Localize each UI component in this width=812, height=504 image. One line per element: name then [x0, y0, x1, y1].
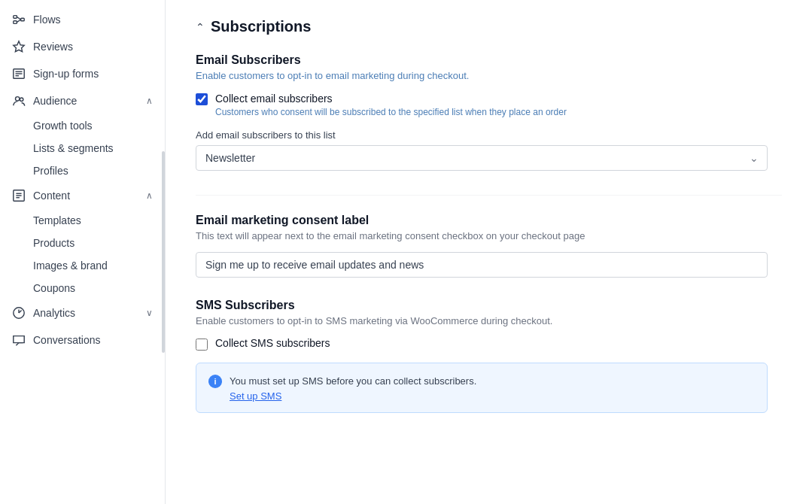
- sidebar-item-analytics[interactable]: Analytics ∨: [0, 299, 165, 326]
- list-select[interactable]: Newsletter All Subscribers VIP Customers: [196, 145, 768, 171]
- reviews-icon: [12, 40, 26, 53]
- svg-line-4: [17, 20, 20, 23]
- flows-icon: [12, 13, 26, 26]
- consent-label-input[interactable]: [196, 252, 768, 278]
- analytics-icon: [12, 306, 26, 320]
- sidebar-item-conversations[interactable]: Conversations: [0, 326, 165, 354]
- audience-submenu: Growth tools Lists & segments Profiles: [0, 114, 165, 182]
- content-icon: [12, 189, 26, 202]
- sidebar-item-flows[interactable]: Flows: [0, 6, 165, 33]
- collect-sms-checkbox[interactable]: [196, 339, 208, 351]
- sidebar-item-content[interactable]: Content ∧: [0, 182, 165, 209]
- sidebar-item-audience[interactable]: Audience ∧: [0, 87, 165, 114]
- info-icon: i: [208, 375, 222, 388]
- sms-subscribers-section: SMS Subscribers Enable customers to opt-…: [196, 299, 782, 413]
- collect-email-checkbox[interactable]: [196, 93, 208, 105]
- collect-email-label[interactable]: Collect email subscribers: [215, 93, 333, 105]
- sidebar-item-lists-segments[interactable]: Lists & segments: [33, 137, 165, 159]
- setup-sms-link[interactable]: Set up SMS: [230, 390, 476, 402]
- info-content: You must set up SMS before you can colle…: [230, 374, 476, 402]
- sidebar-item-flows-label: Flows: [33, 14, 61, 26]
- collect-sms-row: Collect SMS subscribers: [196, 337, 782, 351]
- main-content: ⌃ Subscriptions Email Subscribers Enable…: [166, 0, 812, 504]
- section-header: ⌃ Subscriptions: [196, 18, 782, 35]
- sidebar-item-products[interactable]: Products: [33, 232, 165, 254]
- sidebar: Flows Reviews Sign-up forms: [0, 0, 166, 504]
- collect-email-label-group: Collect email subscribers Customers who …: [215, 92, 567, 117]
- list-field-group: Add email subscribers to this list Newsl…: [196, 129, 782, 171]
- svg-rect-0: [14, 16, 17, 19]
- sms-info-box: i You must set up SMS before you can col…: [196, 363, 768, 413]
- sidebar-item-coupons[interactable]: Coupons: [33, 277, 165, 299]
- list-field-label: Add email subscribers to this list: [196, 129, 782, 141]
- content-submenu: Templates Products Images & brand Coupon…: [0, 209, 165, 299]
- info-message: You must set up SMS before you can colle…: [230, 375, 476, 387]
- sidebar-item-signup-forms-label: Sign-up forms: [33, 68, 99, 80]
- sidebar-item-images-brand[interactable]: Images & brand: [33, 254, 165, 277]
- sidebar-item-profiles[interactable]: Profiles: [33, 159, 165, 182]
- collect-email-row: Collect email subscribers Customers who …: [196, 92, 782, 117]
- sidebar-item-reviews[interactable]: Reviews: [0, 33, 165, 60]
- audience-chevron-icon: ∧: [146, 96, 153, 106]
- section-chevron-icon: ⌃: [196, 21, 205, 33]
- sms-subscribers-title: SMS Subscribers: [196, 299, 782, 312]
- collect-sms-label[interactable]: Collect SMS subscribers: [215, 337, 330, 349]
- conversations-icon: [12, 333, 26, 347]
- content-chevron-icon: ∧: [146, 190, 153, 201]
- sidebar-item-audience-label: Audience: [33, 95, 77, 107]
- list-select-wrapper: Newsletter All Subscribers VIP Customers…: [196, 145, 768, 171]
- svg-rect-1: [14, 21, 17, 24]
- svg-line-3: [17, 17, 20, 20]
- sidebar-item-growth-tools[interactable]: Growth tools: [33, 114, 165, 137]
- audience-icon: [12, 94, 26, 108]
- analytics-chevron-icon: ∨: [146, 308, 153, 318]
- sidebar-item-templates[interactable]: Templates: [33, 209, 165, 232]
- sidebar-item-reviews-label: Reviews: [33, 41, 73, 53]
- signup-forms-icon: [12, 67, 26, 80]
- consent-label-desc: This text will appear next to the email …: [196, 230, 782, 241]
- svg-marker-5: [14, 41, 24, 52]
- sidebar-item-signup-forms[interactable]: Sign-up forms: [0, 60, 165, 87]
- sms-subscribers-desc: Enable customers to opt-in to SMS market…: [196, 315, 782, 326]
- svg-point-10: [16, 97, 20, 101]
- sidebar-item-analytics-label: Analytics: [33, 307, 75, 319]
- collect-email-sublabel: Customers who consent will be subscribed…: [215, 107, 567, 117]
- email-subscribers-desc: Enable customers to opt-in to email mark…: [196, 70, 782, 81]
- email-subscribers-section: Email Subscribers Enable customers to op…: [196, 53, 782, 171]
- svg-rect-2: [21, 18, 25, 21]
- sidebar-item-conversations-label: Conversations: [33, 334, 101, 346]
- svg-point-11: [20, 98, 23, 102]
- consent-label-title: Email marketing consent label: [196, 214, 782, 227]
- email-subscribers-title: Email Subscribers: [196, 53, 782, 67]
- sidebar-item-content-label: Content: [33, 190, 70, 202]
- consent-section: Email marketing consent label This text …: [196, 195, 782, 278]
- sidebar-scrollbar[interactable]: [162, 151, 165, 353]
- section-title: Subscriptions: [211, 18, 311, 35]
